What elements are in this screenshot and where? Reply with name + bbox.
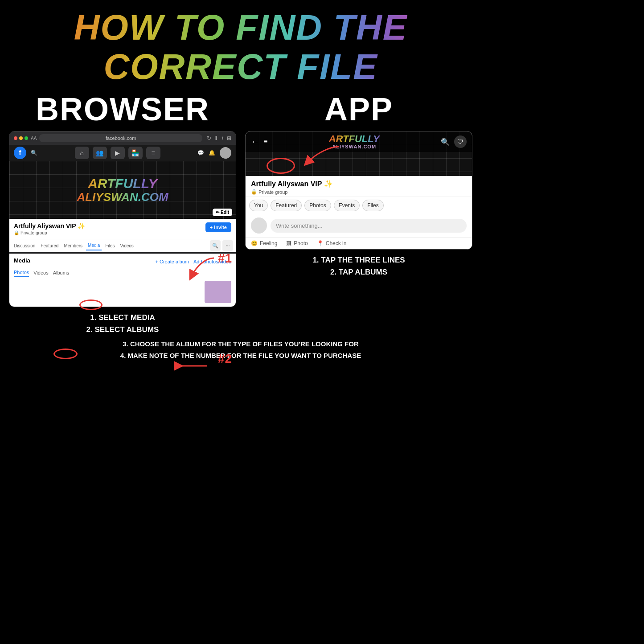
annotation-2: #2: [218, 352, 232, 366]
marketplace-icon[interactable]: 🏪: [128, 147, 143, 159]
browser-aa: AA: [31, 136, 37, 141]
invite-button[interactable]: + Invite: [205, 222, 231, 232]
gnav-videos[interactable]: Videos: [118, 242, 135, 250]
browser-column-title: BROWSER: [36, 91, 209, 127]
gnav-members[interactable]: Members: [62, 242, 84, 250]
lock-icon-app: 🔒: [251, 189, 257, 195]
facebook-logo: f: [14, 147, 26, 159]
gnav-files[interactable]: Files: [103, 242, 116, 250]
fb-nav-icons: ⌂ 👥 ▶ 🏪 ≡: [42, 147, 193, 159]
app-back-icon[interactable]: ←: [251, 137, 259, 147]
browser-instructions: 1. SELECT MEDIA 2. SELECT ALBUMS: [86, 312, 159, 336]
media-tabs: Photos Videos Albums: [14, 268, 231, 277]
media-thumbnail: [205, 281, 231, 303]
app-header: ← ≡ ARTFULLY ALIYSWAN.COM 🔍 🛡: [246, 131, 472, 176]
app-tab-files[interactable]: Files: [362, 200, 383, 211]
browser-bar: AA facebook.com ↻ ⬆ + ⊞: [9, 131, 236, 145]
app-column: APP ← ≡ ARTFULLY ALIYSWAN.COM 🔍: [245, 91, 472, 336]
media-section: Media + Create album Add photos/video Ph…: [9, 254, 236, 307]
bottom-instr-line2: 4. MAKE NOTE OF THE NUMBER FOR THE FILE …: [9, 350, 472, 361]
app-instr-2: 2. TAP ALBUMS: [312, 266, 405, 278]
browser-dots: [14, 136, 28, 140]
group-name-browser: Artfully Aliyswan VIP ✨: [14, 222, 85, 230]
app-instructions: 1. TAP THE THREE LINES 2. TAP ALBUMS: [312, 254, 405, 336]
grid-icon[interactable]: ⊞: [227, 135, 231, 141]
dot-yellow: [19, 136, 23, 140]
gnav-featured[interactable]: Featured: [39, 242, 60, 250]
gnav-more-icon[interactable]: ···: [222, 240, 233, 251]
share-icon[interactable]: ⬆: [214, 135, 218, 141]
plus-icon[interactable]: +: [221, 135, 224, 141]
app-private-label: 🔒 Private group: [251, 189, 467, 195]
app-tab-you[interactable]: You: [249, 200, 268, 211]
bell-icon[interactable]: 🔔: [209, 150, 215, 156]
bottom-instr-line1: 3. CHOOSE THE ALBUM FOR THE TYPE OF FILE…: [9, 338, 472, 350]
people-icon[interactable]: 👥: [93, 147, 107, 159]
app-tabs: You Featured Photos Events Files: [246, 197, 472, 214]
photo-icon: 🖼: [286, 240, 291, 246]
app-instr-1: 1. TAP THE THREE LINES: [312, 254, 405, 266]
app-tab-featured[interactable]: Featured: [271, 200, 302, 211]
gnav-search-icon[interactable]: 🔍: [210, 240, 221, 251]
lock-icon-browser: 🔒: [14, 230, 19, 235]
fb-nav-bar: f 🔍 ⌂ 👥 ▶ 🏪 ≡ 💬 🔔: [9, 145, 236, 161]
app-shield-icon[interactable]: 🛡: [454, 135, 467, 148]
messenger-icon[interactable]: 💬: [197, 150, 204, 156]
cover-text: ARTFULLY ALIYSWAN.COM: [77, 176, 168, 204]
app-hamburger-icon[interactable]: ≡: [263, 138, 267, 146]
app-wrapper: ← ≡ ARTFULLY ALIYSWAN.COM 🔍 🛡: [245, 131, 472, 250]
photo-label: Photo: [294, 240, 308, 246]
browser-url[interactable]: facebook.com: [39, 134, 202, 142]
dot-red: [14, 136, 17, 140]
bottom-instructions: 3. CHOOSE THE ALBUM FOR THE TYPE OF FILE…: [0, 336, 481, 365]
dot-green: [25, 136, 28, 140]
feeling-label: Feeling: [260, 240, 277, 246]
checkin-icon: 📍: [317, 240, 324, 246]
user-avatar-browser[interactable]: [220, 147, 231, 159]
private-label-browser: 🔒 Private group: [14, 230, 85, 235]
columns-container: BROWSER AA facebook.com ↻ ⬆ + ⊞: [0, 91, 481, 336]
main-title: HOW TO FIND THE CORRECT FILE: [0, 0, 481, 89]
media-header: Media: [14, 257, 30, 264]
title-text: HOW TO FIND THE CORRECT FILE: [4, 8, 477, 86]
gnav-discussion[interactable]: Discussion: [12, 242, 37, 250]
group-info-browser: Artfully Aliyswan VIP ✨ 🔒 Private group …: [9, 219, 236, 239]
app-write-area: Write something...: [246, 214, 472, 237]
app-screenshot: ← ≡ ARTFULLY ALIYSWAN.COM 🔍 🛡: [245, 131, 472, 250]
app-actions: 😊 Feeling 🖼 Photo 📍 Check in: [246, 237, 472, 249]
home-icon[interactable]: ⌂: [75, 147, 89, 159]
cover-line-a: ARTFULLY: [77, 176, 168, 191]
feeling-action[interactable]: 😊 Feeling: [251, 240, 277, 246]
menu-icon[interactable]: ≡: [146, 147, 160, 159]
app-search-icon[interactable]: 🔍: [441, 138, 450, 146]
app-write-input[interactable]: Write something...: [271, 219, 467, 233]
gnav-media[interactable]: Media: [86, 241, 102, 250]
app-header-title: ARTFULLY: [329, 134, 380, 144]
checkin-action[interactable]: 📍 Check in: [317, 240, 347, 246]
search-icon[interactable]: 🔍: [31, 150, 37, 156]
cover-line-b: ALIYSWAN.COM: [77, 191, 168, 204]
media-tab-videos[interactable]: Videos: [33, 269, 48, 277]
app-tab-events[interactable]: Events: [334, 200, 360, 211]
video-icon[interactable]: ▶: [111, 147, 125, 159]
group-nav-browser: Discussion Featured Members Media Files …: [9, 239, 236, 252]
edit-button[interactable]: ✏ Edit: [213, 209, 232, 216]
media-tab-albums[interactable]: Albums: [53, 269, 70, 277]
gnav-icons: 🔍 ···: [210, 240, 233, 251]
app-tab-photos[interactable]: Photos: [304, 200, 331, 211]
create-album-link[interactable]: + Create album: [155, 259, 189, 264]
app-header-title-block: ARTFULLY ALIYSWAN.COM: [272, 134, 436, 149]
refresh-icon[interactable]: ↻: [207, 135, 211, 141]
app-group-name: Artfully Aliyswan VIP ✨: [251, 180, 467, 188]
annotation-1: #1: [218, 251, 232, 266]
media-tab-photos[interactable]: Photos: [14, 268, 29, 277]
browser-wrapper: AA facebook.com ↻ ⬆ + ⊞ f 🔍 ⌂ 👥 ▶ 🏪: [9, 131, 236, 307]
photo-action[interactable]: 🖼 Photo: [286, 240, 308, 246]
browser-instr-2: 2. SELECT ALBUMS: [86, 324, 159, 336]
browser-column: BROWSER AA facebook.com ↻ ⬆ + ⊞: [9, 91, 236, 336]
checkin-label: Check in: [326, 240, 347, 246]
group-cover-browser: ARTFULLY ALIYSWAN.COM ✏ Edit: [9, 161, 236, 219]
app-header-bar: ← ≡ ARTFULLY ALIYSWAN.COM 🔍 🛡: [246, 131, 472, 152]
browser-instr-1: 1. SELECT MEDIA: [86, 312, 159, 324]
app-header-subtitle: ALIYSWAN.COM: [332, 144, 376, 149]
